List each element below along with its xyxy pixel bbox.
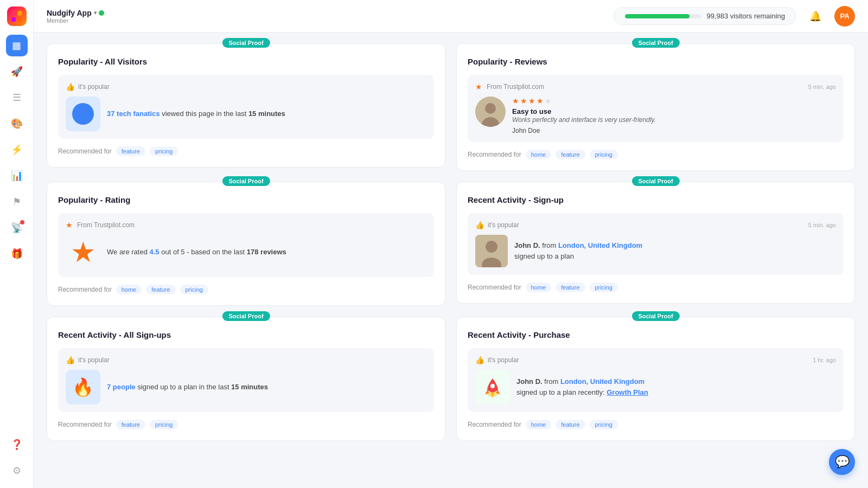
card-wrapper-all-signups: Social Proof Recent Activity - All Sign-… xyxy=(47,317,445,441)
preview-body-1: 37 tech fanatics viewed this page in the… xyxy=(66,97,426,131)
recommended-row-4: Recommended for home feature pricing xyxy=(468,282,844,292)
sidebar-item-activity[interactable]: ⚡ xyxy=(6,139,28,160)
tag-feature-2: feature xyxy=(556,150,585,159)
visitors-icon-box xyxy=(66,97,100,131)
bell-button[interactable]: 🔔 xyxy=(805,6,826,27)
sidebar-item-notifications[interactable]: ☰ xyxy=(6,87,28,108)
time-bold-1: 15 minutes xyxy=(248,110,285,118)
visitors-progress-bar: 99,983 visitors remaining xyxy=(614,7,796,25)
thumbs-up-icon-5: 👍 xyxy=(66,356,75,364)
app-name[interactable]: Nudgify App ▾ xyxy=(47,9,104,17)
star-5-empty: ★ xyxy=(545,97,552,105)
review-name: John Doe xyxy=(512,127,656,134)
from-label-4: from xyxy=(542,241,558,249)
app-logo[interactable] xyxy=(7,7,27,26)
sidebar-item-goals[interactable]: ⚑ xyxy=(6,191,28,213)
recommended-label-3: Recommended for xyxy=(58,286,112,293)
app-name-text: Nudgify App xyxy=(47,9,92,17)
header: Nudgify App ▾ Member 99,983 visitors rem… xyxy=(34,0,868,33)
card-wrapper-purchase: Social Proof Recent Activity - Purchase … xyxy=(456,317,855,441)
rating-highlight: 4.5 xyxy=(150,248,159,256)
big-star: ★ xyxy=(66,235,100,269)
recommended-label-4: Recommended for xyxy=(468,284,521,291)
recommended-label-1: Recommended for xyxy=(58,147,112,155)
social-proof-badge-4: Social Proof xyxy=(631,176,679,186)
review-body: ★ ★ ★ ★ ★ Easy to use Works perfectly an… xyxy=(475,97,836,134)
card-popularity-all-visitors[interactable]: Popularity - All Visitors 👍 it's popular… xyxy=(47,43,445,168)
stars-row: ★ ★ ★ ★ ★ xyxy=(512,97,656,105)
star-icon-3: ★ xyxy=(66,221,73,229)
preview-header-1: 👍 it's popular xyxy=(66,82,426,91)
social-proof-badge-3: Social Proof xyxy=(222,176,270,186)
tag-pricing-2: pricing xyxy=(590,150,618,159)
card-recent-signup[interactable]: Recent Activity - Sign-up 👍 it's popular… xyxy=(456,182,855,304)
popular-label-4: it's popular xyxy=(488,221,519,229)
tag-pricing-3: pricing xyxy=(180,285,208,294)
card-title-2: Popularity - Reviews xyxy=(468,57,844,66)
card-title-4: Recent Activity - Sign-up xyxy=(468,195,844,204)
star-icon-2: ★ xyxy=(475,82,482,91)
signups-text-mid: signed up to a plan in the last xyxy=(137,383,231,391)
sidebar-item-gifts[interactable]: 🎁 xyxy=(6,243,28,265)
sidebar-item-dashboard[interactable]: ▦ xyxy=(6,35,28,56)
count-highlight-1: 37 tech fanatics xyxy=(107,110,160,118)
sidebar: ▦ 🚀 ☰ 🎨 ⚡ 📊 ⚑ 📡 🎁 ❓ ⚙ xyxy=(0,0,34,488)
rating-text: We are rated 4.5 out of 5 - based on the… xyxy=(107,247,286,258)
card-wrapper-popularity-reviews: Social Proof Popularity - Reviews ★ From… xyxy=(456,43,855,171)
dropdown-chevron[interactable]: ▾ xyxy=(94,10,97,16)
text-middle-1: viewed this page in the last xyxy=(162,110,248,118)
sidebar-item-help[interactable]: ❓ xyxy=(6,434,28,455)
all-signups-body: 🔥 7 people signed up to a plan in the la… xyxy=(66,370,426,404)
all-signups-header: 👍 it's popular xyxy=(66,356,426,364)
location-highlight-4: London, United Kingdom xyxy=(558,241,642,249)
sidebar-item-themes[interactable]: 🎨 xyxy=(6,113,28,134)
recommended-row-5: Recommended for feature pricing xyxy=(58,420,434,429)
social-proof-badge-5: Social Proof xyxy=(222,311,270,321)
recommended-row-2: Recommended for home feature pricing xyxy=(468,150,844,159)
star-2: ★ xyxy=(520,97,527,105)
sidebar-bottom: ❓ ⚙ xyxy=(6,434,28,481)
content-area: Social Proof Popularity - All Visitors 👍… xyxy=(34,33,868,488)
tag-pricing-4: pricing xyxy=(590,282,618,292)
tag-pricing-5: pricing xyxy=(150,420,178,429)
signup-name: John D. xyxy=(514,241,540,249)
svg-point-4 xyxy=(486,241,497,253)
progress-fill xyxy=(625,14,690,18)
social-proof-badge-6: Social Proof xyxy=(631,311,679,321)
chat-button[interactable]: 💬 xyxy=(829,449,855,475)
popular-label-6: it's popular xyxy=(488,356,519,364)
card-all-signups[interactable]: Recent Activity - All Sign-ups 👍 it's po… xyxy=(47,317,445,441)
tag-home-4: home xyxy=(526,282,552,292)
person-avatar-4 xyxy=(475,235,508,267)
trustpilot-label: From Trustpilot.com xyxy=(487,83,544,91)
svg-point-7 xyxy=(490,384,495,388)
tag-feature-5: feature xyxy=(116,420,145,429)
card-title-3: Popularity - Rating xyxy=(58,195,434,204)
flame-icon-box: 🔥 xyxy=(66,370,100,404)
recommended-label-2: Recommended for xyxy=(468,151,521,158)
sidebar-item-launch[interactable]: 🚀 xyxy=(6,61,28,82)
tag-home-6: home xyxy=(526,420,552,429)
sidebar-item-live[interactable]: 📡 xyxy=(6,217,28,239)
tag-feature-1: feature xyxy=(116,146,145,156)
review-content: ★ ★ ★ ★ ★ Easy to use Works perfectly an… xyxy=(512,97,656,134)
recommended-label-6: Recommended for xyxy=(468,421,521,428)
card-wrapper-popularity-all-visitors: Social Proof Popularity - All Visitors 👍… xyxy=(47,43,445,171)
sidebar-item-settings[interactable]: ⚙ xyxy=(6,460,28,481)
recommended-label-5: Recommended for xyxy=(58,421,112,428)
purchase-plan-link[interactable]: Growth Plan xyxy=(607,388,648,396)
sidebar-item-analytics[interactable]: 📊 xyxy=(6,165,28,187)
card-purchase[interactable]: Recent Activity - Purchase 👍 it's popula… xyxy=(456,317,855,441)
time-label-2: 5 min. ago xyxy=(808,84,836,90)
social-proof-badge-1: Social Proof xyxy=(222,38,270,48)
progress-track xyxy=(625,14,701,18)
recommended-row-3: Recommended for home feature pricing xyxy=(58,285,434,294)
visitors-text-1: 37 tech fanatics viewed this page in the… xyxy=(107,108,285,119)
card-popularity-reviews[interactable]: Popularity - Reviews ★ From Trustpilot.c… xyxy=(456,43,855,171)
card-title-6: Recent Activity - Purchase xyxy=(468,330,844,339)
thumbs-up-icon-4: 👍 xyxy=(475,221,484,229)
user-avatar[interactable]: PA xyxy=(834,6,855,27)
rocket-icon-box xyxy=(475,370,510,404)
signups-count-highlight: 7 people xyxy=(107,383,136,391)
card-popularity-rating[interactable]: Popularity - Rating ★ From Trustpilot.co… xyxy=(47,182,445,306)
